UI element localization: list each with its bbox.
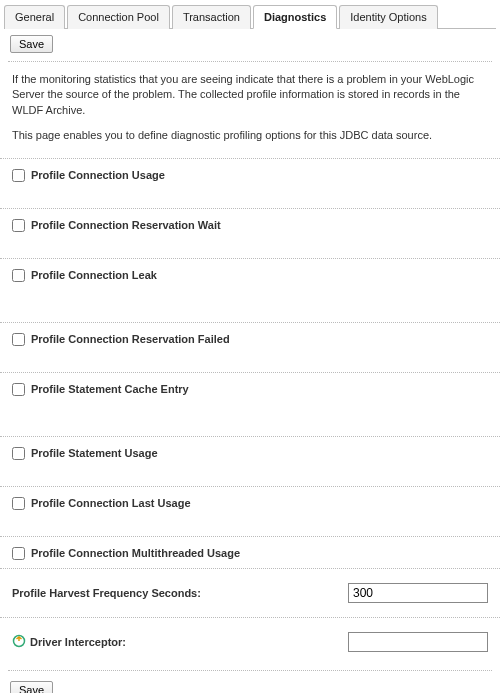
option-label[interactable]: Profile Statement Usage — [12, 447, 158, 460]
restart-required-icon — [12, 634, 26, 650]
field-driver-interceptor: Driver Interceptor: — [0, 617, 500, 666]
option-profile-connection-usage: Profile Connection Usage — [0, 158, 500, 208]
option-label[interactable]: Profile Connection Leak — [12, 269, 157, 282]
option-profile-connection-last-usage: Profile Connection Last Usage — [0, 486, 500, 536]
tab-connection-pool[interactable]: Connection Pool — [67, 5, 170, 29]
tab-diagnostics[interactable]: Diagnostics — [253, 5, 337, 29]
save-button-top[interactable]: Save — [10, 35, 53, 53]
option-text: Profile Connection Reservation Wait — [31, 219, 221, 231]
field-harvest-frequency: Profile Harvest Frequency Seconds: — [0, 568, 500, 617]
option-text: Profile Connection Multithreaded Usage — [31, 547, 240, 559]
checkbox-profile-connection-usage[interactable] — [12, 169, 25, 182]
tab-transaction[interactable]: Transaction — [172, 5, 251, 29]
option-profile-statement-usage: Profile Statement Usage — [0, 436, 500, 486]
option-label[interactable]: Profile Connection Reservation Failed — [12, 333, 230, 346]
intro-text: If the monitoring statistics that you ar… — [0, 64, 500, 158]
divider — [8, 61, 492, 62]
checkbox-profile-statement-usage[interactable] — [12, 447, 25, 460]
option-label[interactable]: Profile Connection Reservation Wait — [12, 219, 221, 232]
intro-paragraph-1: If the monitoring statistics that you ar… — [12, 72, 488, 118]
harvest-frequency-input[interactable] — [348, 583, 488, 603]
divider — [8, 670, 492, 671]
checkbox-profile-connection-reservation-failed[interactable] — [12, 333, 25, 346]
option-text: Profile Connection Usage — [31, 169, 165, 181]
option-text: Profile Connection Last Usage — [31, 497, 191, 509]
driver-interceptor-input[interactable] — [348, 632, 488, 652]
option-profile-connection-reservation-failed: Profile Connection Reservation Failed — [0, 322, 500, 372]
option-profile-statement-cache-entry: Profile Statement Cache Entry — [0, 372, 500, 436]
harvest-frequency-label: Profile Harvest Frequency Seconds: — [12, 587, 348, 599]
save-button-bottom[interactable]: Save — [10, 681, 53, 693]
option-text: Profile Connection Leak — [31, 269, 157, 281]
option-text: Profile Connection Reservation Failed — [31, 333, 230, 345]
option-text: Profile Statement Cache Entry — [31, 383, 189, 395]
checkbox-profile-connection-last-usage[interactable] — [12, 497, 25, 510]
checkbox-profile-connection-reservation-wait[interactable] — [12, 219, 25, 232]
option-label[interactable]: Profile Connection Last Usage — [12, 497, 191, 510]
driver-interceptor-label: Driver Interceptor: — [12, 634, 348, 650]
intro-paragraph-2: This page enables you to define diagnost… — [12, 128, 488, 143]
checkbox-profile-connection-multithreaded-usage[interactable] — [12, 547, 25, 560]
option-label[interactable]: Profile Connection Multithreaded Usage — [12, 547, 240, 560]
option-label[interactable]: Profile Statement Cache Entry — [12, 383, 189, 396]
option-text: Profile Statement Usage — [31, 447, 158, 459]
option-profile-connection-multithreaded-usage: Profile Connection Multithreaded Usage — [0, 536, 500, 568]
checkbox-profile-connection-leak[interactable] — [12, 269, 25, 282]
option-profile-connection-leak: Profile Connection Leak — [0, 258, 500, 322]
tab-identity-options[interactable]: Identity Options — [339, 5, 437, 29]
option-profile-connection-reservation-wait: Profile Connection Reservation Wait — [0, 208, 500, 258]
option-label[interactable]: Profile Connection Usage — [12, 169, 165, 182]
tab-bar: General Connection Pool Transaction Diag… — [4, 4, 496, 29]
tab-general[interactable]: General — [4, 5, 65, 29]
driver-interceptor-text: Driver Interceptor: — [30, 636, 126, 648]
checkbox-profile-statement-cache-entry[interactable] — [12, 383, 25, 396]
